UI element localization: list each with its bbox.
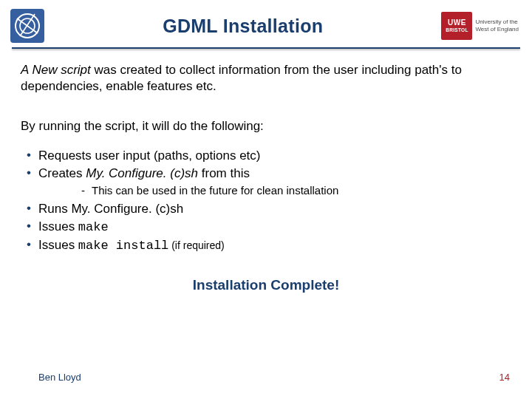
bullet-3: Runs My. Configure. (c)sh: [27, 201, 511, 217]
bullet-1-text: Requests user input (paths, options etc): [38, 149, 261, 163]
slide-footer: Ben Lloyd 14: [0, 372, 532, 383]
uwe-badge-bottom: BRISTOL: [446, 28, 468, 33]
sub-bullet-1: This can be used in the future for clean…: [81, 183, 511, 198]
bullet-1: Requests user input (paths, options etc): [27, 148, 511, 164]
intro-paragraph: A New script was created to collect info…: [21, 62, 511, 95]
cern-logo: [10, 9, 44, 43]
installation-complete: Installation Complete!: [21, 276, 511, 295]
bullet-list: Requests user input (paths, options etc)…: [27, 148, 511, 254]
bullet-4-pre: Issues: [38, 219, 78, 233]
lead-sentence: By running the script, it will do the fo…: [21, 118, 511, 134]
footer-page-number: 14: [499, 372, 510, 383]
bullet-5-mono: make install: [78, 239, 168, 253]
bullet-5-pre: Issues: [38, 238, 78, 252]
bullet-2: Creates My. Configure. (c)sh from this T…: [27, 166, 511, 198]
bullet-4-mono: make: [78, 220, 109, 234]
uwe-line1: University of the: [475, 18, 519, 26]
uwe-text: University of the West of England: [475, 18, 519, 33]
intro-lead-italic: A New script: [21, 63, 91, 77]
slide-body: A New script was created to collect info…: [0, 49, 532, 295]
bullet-4: Issues make: [27, 219, 511, 236]
uwe-badge-top: UWE: [448, 19, 466, 27]
bullet-2-post: from this: [198, 166, 250, 180]
uwe-line2: West of England: [475, 26, 519, 33]
bullet-2-ital: My. Configure. (c)sh: [86, 166, 198, 180]
slide-title: GDML Installation: [44, 16, 441, 37]
slide-header: GDML Installation UWE BRISTOL University…: [0, 0, 532, 46]
bullet-5-small: (if required): [168, 239, 224, 251]
uwe-logo: UWE BRISTOL University of the West of En…: [441, 12, 519, 40]
footer-author: Ben Lloyd: [38, 372, 81, 383]
uwe-badge: UWE BRISTOL: [441, 12, 472, 40]
bullet-2-pre: Creates: [38, 166, 86, 180]
cern-icon: [13, 11, 42, 41]
bullet-5: Issues make install (if required): [27, 237, 511, 254]
sub-bullet-list: This can be used in the future for clean…: [81, 183, 511, 198]
